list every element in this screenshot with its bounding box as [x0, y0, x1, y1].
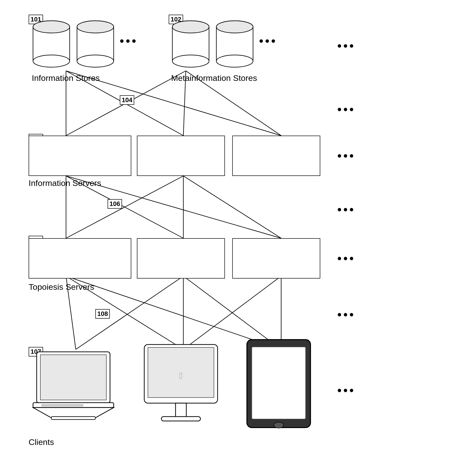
info-server-1	[29, 136, 131, 176]
dots-row1-right: •••	[337, 39, 356, 52]
svg-rect-53	[175, 403, 186, 418]
svg-point-42	[216, 55, 253, 67]
svg-point-30	[77, 55, 114, 67]
topo-server-2	[137, 238, 225, 278]
client-laptop	[32, 349, 115, 427]
info-server-3	[232, 136, 320, 176]
svg-point-36	[172, 55, 209, 67]
cylinder-2	[76, 19, 115, 68]
dots-stores-1: •••	[120, 34, 138, 48]
svg-rect-54	[161, 417, 201, 421]
dots-server-row: •••	[337, 149, 356, 163]
cylinder-4	[215, 19, 254, 68]
diagram-container: 101 ••• Information Stores 102	[0, 0, 476, 474]
label-104: 104	[120, 95, 134, 105]
dots-row-108: •••	[337, 308, 356, 321]
svg-rect-49	[51, 417, 95, 420]
dots-row-between: •••	[337, 103, 356, 116]
svg-point-37	[172, 21, 209, 33]
topo-server-3	[232, 238, 320, 278]
svg-line-11	[183, 176, 281, 238]
dots-meta-stores: •••	[259, 34, 277, 48]
client-tablet	[244, 337, 313, 430]
dots-topo-row: •••	[337, 252, 356, 265]
meta-stores-label: Metainformation Stores	[171, 73, 257, 83]
svg-marker-48	[33, 408, 114, 418]
svg-rect-47	[42, 404, 83, 406]
svg-point-43	[216, 21, 253, 33]
svg-point-31	[77, 21, 114, 33]
clients-label: Clients	[29, 437, 54, 447]
svg-rect-45	[40, 355, 106, 400]
info-stores-label: Information Stores	[32, 73, 100, 83]
cylinder-1	[32, 19, 71, 68]
svg-point-25	[33, 21, 70, 33]
topo-servers-label: Topoiesis Servers	[29, 282, 94, 292]
dots-row-106: •••	[337, 203, 356, 216]
svg-rect-56	[252, 347, 306, 419]
svg-text:: 	[179, 371, 182, 381]
svg-point-57	[274, 422, 284, 428]
label-108: 108	[95, 309, 110, 319]
label-106: 106	[108, 199, 122, 209]
info-servers-label: Information Servers	[29, 178, 101, 188]
client-imac: 	[139, 342, 222, 430]
cylinder-3	[171, 19, 210, 68]
svg-point-24	[33, 55, 70, 67]
dots-clients-row: •••	[337, 384, 356, 397]
topo-server-1	[29, 238, 131, 278]
info-server-2	[137, 136, 225, 176]
